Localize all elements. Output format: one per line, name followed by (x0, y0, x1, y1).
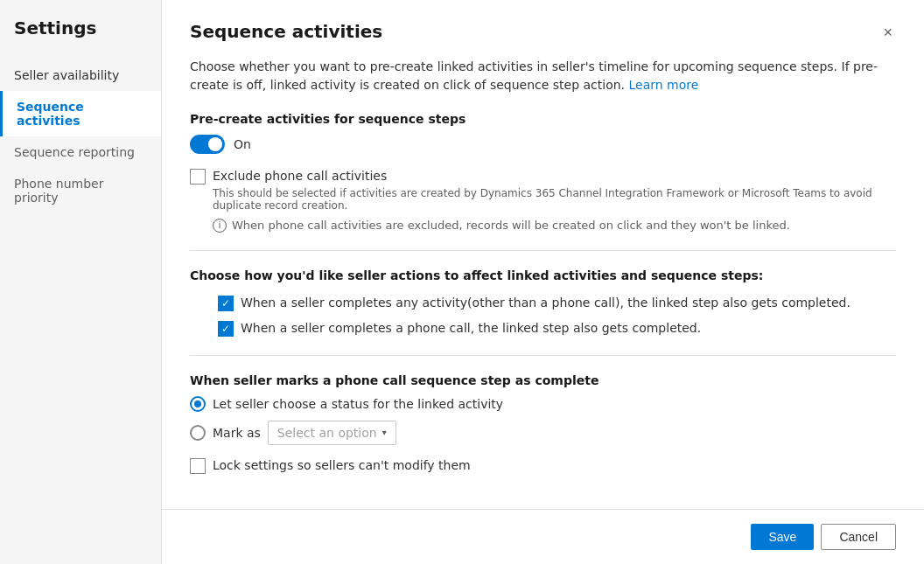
sidebar-item-seller-availability[interactable]: Seller availability (0, 59, 161, 91)
sidebar: Settings Seller availability Sequence ac… (0, 0, 162, 564)
lock-settings-label: Lock settings so sellers can't modify th… (213, 457, 471, 475)
info-icon: i (213, 219, 227, 233)
description-text: Choose whether you want to pre-create li… (190, 58, 896, 94)
footer: Save Cancel (162, 509, 924, 564)
save-button[interactable]: Save (751, 524, 814, 550)
pre-create-section-label: Pre-create activities for sequence steps (190, 112, 896, 126)
info-text: When phone call activities are excluded,… (232, 219, 790, 232)
learn-more-link[interactable]: Learn more (629, 78, 699, 92)
radio-let-seller[interactable] (190, 396, 206, 412)
when-seller-label: When seller marks a phone call sequence … (190, 373, 896, 387)
lock-settings-row: Lock settings so sellers can't modify th… (190, 457, 896, 475)
sidebar-item-label: Sequence reporting (14, 145, 135, 159)
close-button[interactable]: × (879, 21, 896, 44)
mark-as-select[interactable]: Select an option ▾ (268, 421, 396, 445)
sidebar-item-label: Sequence activities (17, 100, 84, 128)
chevron-down-icon: ▾ (382, 428, 387, 437)
pre-create-toggle[interactable] (190, 135, 225, 154)
sidebar-item-sequence-reporting[interactable]: Sequence reporting (0, 136, 161, 168)
lock-settings-checkbox[interactable] (190, 458, 206, 474)
radio1-label: Let seller choose a status for the linke… (213, 397, 503, 411)
page-title: Sequence activities (190, 21, 382, 42)
info-row: i When phone call activities are exclude… (213, 219, 896, 233)
main-header: Sequence activities × (190, 21, 896, 44)
checkbox1-label: When a seller completes any activity(oth… (241, 295, 850, 312)
cancel-button[interactable]: Cancel (821, 524, 896, 550)
activity-complete-checkbox[interactable] (218, 296, 234, 311)
exclude-phone-subtext: This should be selected if activities ar… (213, 187, 896, 212)
radio2-row: Mark as Select an option ▾ (190, 421, 896, 445)
toggle-row: On (190, 135, 896, 154)
sidebar-item-phone-number-priority[interactable]: Phone number priority (0, 168, 161, 213)
radio-group: Let seller choose a status for the linke… (190, 396, 896, 445)
sidebar-item-label: Phone number priority (14, 177, 103, 205)
choose-section-label: Choose how you'd like seller actions to … (190, 268, 896, 282)
radio2-prefix: Mark as (213, 426, 261, 440)
radio1-row: Let seller choose a status for the linke… (190, 396, 896, 412)
exclude-phone-checkbox[interactable] (190, 169, 206, 185)
main-content: Sequence activities × Choose whether you… (162, 0, 924, 564)
radio-mark-as[interactable] (190, 425, 206, 441)
divider-2 (190, 355, 896, 356)
toggle-label: On (234, 137, 251, 151)
sidebar-title: Settings (0, 17, 161, 59)
exclude-phone-row: Exclude phone call activities This shoul… (190, 168, 896, 212)
divider-1 (190, 250, 896, 251)
exclude-phone-label: Exclude phone call activities (213, 168, 896, 185)
sidebar-item-label: Seller availability (14, 68, 119, 82)
phone-call-complete-checkbox[interactable] (218, 321, 234, 337)
select-placeholder: Select an option (277, 426, 377, 440)
checkbox2-label: When a seller completes a phone call, th… (241, 320, 701, 338)
checkbox2-row: When a seller completes a phone call, th… (218, 320, 896, 338)
sidebar-item-sequence-activities[interactable]: Sequence activities (0, 91, 161, 136)
checkbox1-row: When a seller completes any activity(oth… (218, 295, 896, 312)
